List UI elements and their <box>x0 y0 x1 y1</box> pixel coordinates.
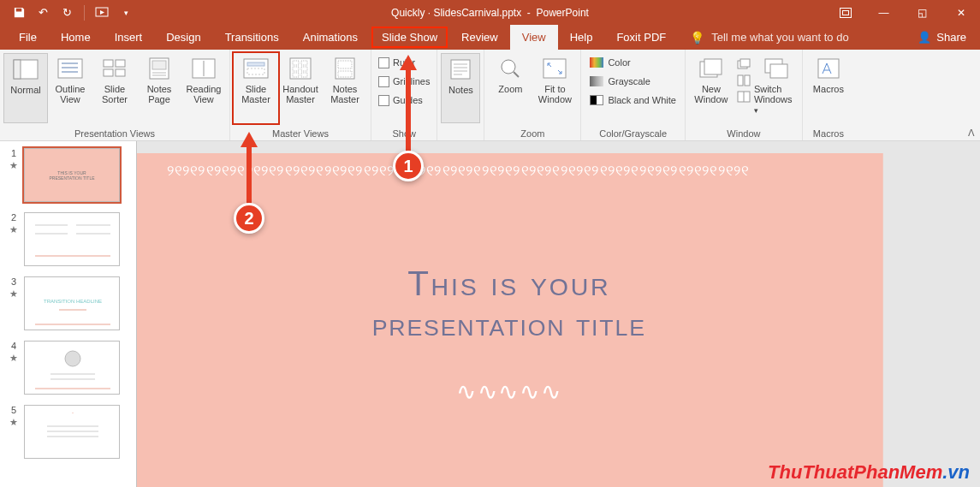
normal-view-icon <box>11 57 40 81</box>
svg-point-57 <box>65 351 80 366</box>
outline-view-button[interactable]: Outline View <box>48 53 92 123</box>
notes-button[interactable]: Notes <box>441 53 480 123</box>
macros-button[interactable]: Macros <box>806 53 851 123</box>
svg-rect-9 <box>104 69 113 76</box>
annotation-badge-1: 1 <box>393 151 424 181</box>
thumbnail-5[interactable]: 5★ “ <box>0 401 136 466</box>
fit-to-window-icon <box>540 56 569 80</box>
svg-rect-41 <box>740 59 750 67</box>
animation-star-icon: ★ <box>9 417 18 428</box>
tab-insert[interactable]: Insert <box>103 25 155 50</box>
group-label: Color/Grayscale <box>581 127 684 140</box>
blackwhite-button[interactable]: Black and White <box>590 92 675 108</box>
normal-view-button[interactable]: Normal <box>3 53 48 123</box>
group-presentation-views: Normal Outline View Slide Sorter Notes P… <box>0 50 230 140</box>
window-title: Quickly · SlidesCarnival.pptx - PowerPoi… <box>391 7 589 19</box>
guides-checkbox[interactable]: Guides <box>378 92 423 108</box>
notes-master-icon <box>330 56 359 80</box>
svg-point-35 <box>502 60 515 74</box>
tab-file[interactable]: File <box>7 25 49 50</box>
group-zoom: Zoom Fit to Window Zoom <box>484 50 581 140</box>
slide-stage[interactable]: ୨୧୨୧୨୧୨୧୨୧୨୧୨୧୨୧୨୧୨୧୨୧୨୧୨୧୨୧୨୧୨୧୨୧୨୧୨୧୨୧… <box>137 141 980 487</box>
grayscale-button[interactable]: Grayscale <box>590 74 650 89</box>
cascade-button[interactable] <box>737 56 751 72</box>
collapse-ribbon-icon[interactable]: ᐱ <box>968 128 975 139</box>
group-label: Presentation Views <box>0 127 229 140</box>
qat-customize-icon[interactable]: ▾ <box>119 6 133 20</box>
svg-rect-7 <box>104 60 113 67</box>
new-window-icon <box>697 56 726 80</box>
quick-access-toolbar: ↶ ↻ ▾ <box>0 5 133 21</box>
annotation-arrow-2 <box>241 132 258 147</box>
reading-view-button[interactable]: Reading View <box>181 53 226 123</box>
main-area: 1★ THIS IS YOURPRESENTATION TITLE 2★ 3★ … <box>0 141 980 487</box>
notes-page-icon <box>145 56 174 80</box>
tab-view[interactable]: View <box>510 25 558 50</box>
outline-view-icon <box>56 56 85 80</box>
svg-rect-47 <box>770 64 787 78</box>
svg-rect-42 <box>738 75 743 86</box>
gridlines-checkbox[interactable]: Gridlines <box>378 74 430 89</box>
svg-rect-43 <box>745 75 750 86</box>
notes-master-button[interactable]: Notes Master <box>323 53 367 123</box>
slide-master-button[interactable]: Slide Master <box>234 53 278 123</box>
handout-master-icon <box>286 56 315 80</box>
lightbulb-icon: 💡 <box>690 31 704 45</box>
annotation-arrow-1-stem <box>406 68 411 154</box>
bw-swatch-icon <box>590 95 603 105</box>
grayscale-swatch-icon <box>590 76 603 86</box>
svg-line-36 <box>514 72 519 77</box>
thumbnail-1[interactable]: 1★ THIS IS YOURPRESENTATION TITLE <box>0 145 136 209</box>
thumbnail-4[interactable]: 4★ <box>0 337 136 401</box>
tab-transitions[interactable]: Transitions <box>213 25 291 50</box>
tell-me-search[interactable]: 💡 Tell me what you want to do <box>678 25 860 50</box>
display-options-icon[interactable] <box>826 0 864 25</box>
slide-sorter-button[interactable]: Slide Sorter <box>92 53 137 123</box>
group-label: Window <box>686 127 802 140</box>
move-split-button[interactable] <box>737 89 751 104</box>
undo-icon[interactable]: ↶ <box>36 6 50 20</box>
minimize-icon[interactable]: — <box>864 0 903 25</box>
restore-icon[interactable]: ◱ <box>903 0 941 25</box>
tab-foxit[interactable]: Foxit PDF <box>604 25 678 50</box>
tab-home[interactable]: Home <box>49 25 103 50</box>
svg-rect-3 <box>58 59 82 78</box>
handout-master-button[interactable]: Handout Master <box>278 53 323 123</box>
annotation-arrow-2-stem <box>246 146 252 205</box>
svg-rect-39 <box>704 59 722 74</box>
tab-review[interactable]: Review <box>449 25 510 50</box>
svg-text:“: “ <box>72 412 74 417</box>
annotation-badge-2: 2 <box>234 203 264 234</box>
tab-design[interactable]: Design <box>154 25 212 50</box>
slide-sorter-icon <box>100 56 129 80</box>
group-label: Zoom <box>484 127 580 140</box>
tab-slideshow[interactable]: Slide Show <box>370 25 449 50</box>
switch-windows-button[interactable]: Switch Windows ▾ <box>754 53 799 123</box>
thumbnail-2[interactable]: 2★ <box>0 209 136 273</box>
notes-page-button[interactable]: Notes Page <box>137 53 181 123</box>
thumbnail-3[interactable]: 3★ TRANSITION HEADLINE <box>0 273 136 337</box>
fit-to-window-button[interactable]: Fit to Window <box>532 53 577 123</box>
save-icon[interactable] <box>12 6 26 20</box>
svg-rect-2 <box>14 60 21 79</box>
svg-rect-30 <box>451 60 470 79</box>
arrange-all-button[interactable] <box>737 73 751 88</box>
group-label: Show <box>371 127 437 140</box>
decorative-border-top: ୨୧୨୧୨୧୨୧୨୧୨୧୨୧୨୧୨୧୨୧୨୧୨୧୨୧୨୧୨୧୨୧୨୧୨୧୨୧୨୧… <box>166 163 851 179</box>
group-master-views: Slide Master Handout Master Notes Master… <box>230 50 371 140</box>
redo-icon[interactable]: ↻ <box>60 6 74 20</box>
svg-rect-10 <box>116 69 125 76</box>
slide-title[interactable]: This is your presentation title <box>137 264 882 344</box>
tab-help[interactable]: Help <box>558 25 605 50</box>
share-icon: 👤 <box>918 31 931 44</box>
macros-icon <box>814 56 843 80</box>
start-from-beginning-icon[interactable] <box>95 6 109 20</box>
tab-animations[interactable]: Animations <box>291 25 370 50</box>
zoom-button[interactable]: Zoom <box>488 53 532 123</box>
slide-thumbnails-panel[interactable]: 1★ THIS IS YOURPRESENTATION TITLE 2★ 3★ … <box>0 141 137 487</box>
color-button[interactable]: Color <box>590 55 630 70</box>
slide-master-icon <box>241 56 270 80</box>
close-icon[interactable]: ✕ <box>941 0 980 25</box>
share-button[interactable]: 👤 Share <box>904 25 980 50</box>
new-window-button[interactable]: New Window <box>689 53 734 123</box>
